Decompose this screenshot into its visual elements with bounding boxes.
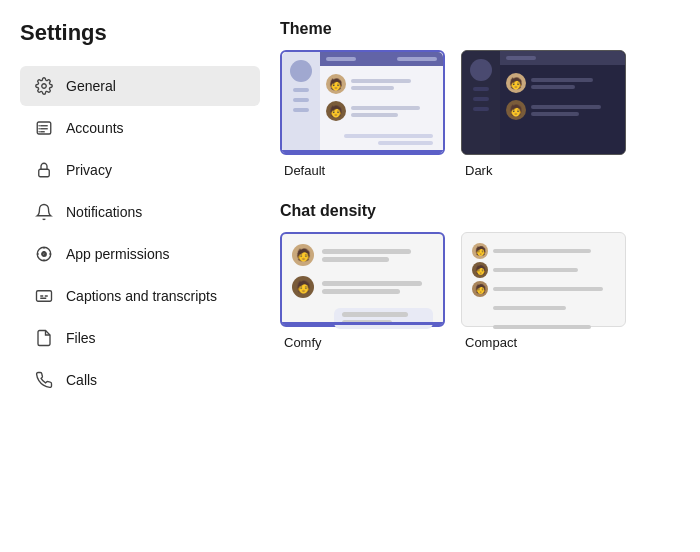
svg-point-5 [38,125,40,127]
theme-preview-dark: 🧑 🧑 [461,50,626,155]
accounts-icon [34,118,54,138]
sidebar-item-general[interactable]: General [20,66,260,106]
density-lines-compact-1 [493,249,615,253]
density-line [493,287,603,291]
sidebar-item-captions[interactable]: Captions and transcripts [20,276,260,316]
density-row-compact-3: 🧑 [472,281,615,297]
sidebar-item-label-app-permissions: App permissions [66,246,170,262]
calls-icon [34,370,54,390]
chat-density-section: Chat density 🧑 [280,202,670,350]
avatar-2: 🧑 [292,276,314,298]
density-line [322,249,411,254]
sidebar-item-accounts[interactable]: Accounts [20,108,260,148]
theme-preview-default: 🧑 🧑 [280,50,445,155]
density-card-compact[interactable]: 🧑 🧑 [461,232,626,350]
sidebar-item-label-calls: Calls [66,372,97,388]
app-permissions-icon [34,244,54,264]
density-lines-1 [322,249,433,262]
density-label-compact: Compact [461,335,517,350]
sidebar-item-notifications[interactable]: Notifications [20,192,260,232]
density-line [342,312,408,317]
avatar-compact-1: 🧑 [472,243,488,259]
sidebar-item-label-files: Files [66,330,96,346]
density-lines-compact-5 [493,325,615,329]
density-line [342,320,392,325]
density-line [493,249,591,253]
density-lines-compact-4 [493,306,615,310]
captions-icon [34,286,54,306]
svg-rect-11 [37,291,52,302]
theme-label-dark: Dark [461,163,492,178]
density-label-comfy: Comfy [280,335,322,350]
density-grid: 🧑 🧑 [280,232,670,350]
files-icon [34,328,54,348]
density-line [493,306,566,310]
density-row-compact-4 [472,300,615,316]
sidebar-item-label-general: General [66,78,116,94]
main-container: Settings General [0,0,700,552]
density-card-comfy[interactable]: 🧑 🧑 [280,232,445,350]
density-line [322,281,422,286]
density-lines-2 [322,281,433,294]
sidebar-item-privacy[interactable]: Privacy [20,150,260,190]
avatar-compact-3: 🧑 [472,281,488,297]
privacy-icon [34,160,54,180]
density-line [493,325,591,329]
content-area: Theme [260,20,690,542]
sidebar: Settings General [20,20,260,542]
density-row-compact-5 [472,319,615,335]
density-line [493,268,578,272]
chat-density-title: Chat density [280,202,670,220]
density-row-compact-1: 🧑 [472,243,615,259]
theme-label-default: Default [280,163,325,178]
theme-title: Theme [280,20,670,38]
theme-card-default[interactable]: 🧑 🧑 [280,50,445,178]
density-row-compact-2: 🧑 [472,262,615,278]
page-title: Settings [20,20,260,46]
svg-point-7 [38,131,40,133]
gear-icon [34,76,54,96]
sidebar-item-label-captions: Captions and transcripts [66,288,217,304]
density-lines-compact-3 [493,287,615,291]
density-preview-compact: 🧑 🧑 [461,232,626,327]
density-line [322,289,400,294]
sidebar-item-label-accounts: Accounts [66,120,124,136]
sidebar-item-label-privacy: Privacy [66,162,112,178]
sidebar-item-files[interactable]: Files [20,318,260,358]
avatar-compact-2: 🧑 [472,262,488,278]
sidebar-item-calls[interactable]: Calls [20,360,260,400]
avatar-1: 🧑 [292,244,314,266]
theme-grid: 🧑 🧑 [280,50,670,178]
sidebar-item-app-permissions[interactable]: App permissions [20,234,260,274]
density-line [322,257,389,262]
notifications-icon [34,202,54,222]
theme-section: Theme [280,20,670,178]
svg-point-0 [42,84,47,89]
sidebar-item-label-notifications: Notifications [66,204,142,220]
svg-rect-8 [39,169,50,177]
svg-point-6 [38,128,40,130]
density-preview-comfy: 🧑 🧑 [280,232,445,327]
density-lines-compact-2 [493,268,615,272]
density-row-2: 🧑 [292,276,433,298]
theme-card-dark[interactable]: 🧑 🧑 [461,50,626,178]
density-row-1: 🧑 [292,244,433,266]
